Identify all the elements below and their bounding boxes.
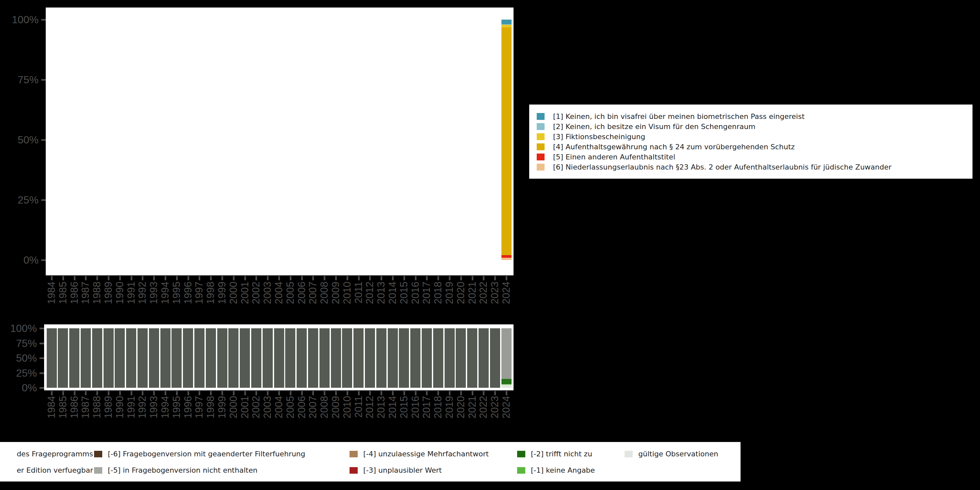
y-axis-tick: [41, 259, 46, 261]
legend-swatch-icon: [350, 467, 358, 474]
x-axis-year-label: 1987: [80, 396, 91, 427]
x-axis-tick: [267, 276, 269, 280]
y-axis-label: 75%: [0, 73, 38, 86]
x-axis-tick: [290, 276, 291, 280]
legend-item: [6] Niederlassungserlaubnis nach §23 Abs…: [537, 162, 972, 172]
x-axis-year-label: 2014: [387, 282, 398, 313]
x-axis-tick: [506, 391, 508, 395]
x-axis-year-label: 1988: [91, 282, 103, 313]
bar-1988-segment: [92, 328, 102, 388]
x-axis-tick: [472, 391, 473, 395]
x-axis-tick: [153, 276, 155, 280]
x-axis-year-label: 2023: [489, 282, 500, 313]
x-axis-tick: [188, 391, 189, 395]
y-axis-label: 50%: [0, 352, 37, 364]
x-axis-tick: [347, 276, 348, 280]
x-axis-tick: [51, 276, 52, 280]
bar-1987: [81, 328, 91, 388]
bar-1993-segment: [149, 328, 159, 388]
x-axis-year-label: 2024: [501, 282, 512, 313]
legend-item-label: [-1] keine Angabe: [531, 463, 619, 477]
bar-1997: [194, 328, 205, 388]
bar-1984-segment: [47, 328, 57, 388]
bar-1995: [172, 328, 181, 388]
x-axis-year-label: 2016: [410, 282, 421, 313]
bar-1986-segment: [69, 328, 80, 388]
bar-1985-segment: [58, 328, 68, 388]
x-axis-tick: [494, 391, 496, 395]
x-axis-year-label: 2022: [478, 282, 489, 313]
bar-2015-segment: [399, 328, 409, 388]
x-axis-tick: [312, 391, 314, 395]
x-axis-year-label: 2007: [307, 396, 318, 427]
x-axis-tick: [119, 391, 121, 395]
missing-values-legend: des Frageprogrammser Edition verfuegbar[…: [0, 442, 741, 482]
x-axis-year-label: 1995: [171, 396, 182, 427]
x-axis-year-label: 2018: [433, 396, 444, 427]
bar-1993: [149, 328, 159, 388]
bar-2024-segment: [501, 258, 512, 260]
x-axis-tick: [74, 391, 75, 395]
x-axis-tick: [142, 276, 143, 280]
x-axis-year-label: 2001: [239, 282, 251, 313]
x-axis-year-label: 2015: [399, 282, 410, 313]
x-axis-year-label: 1993: [148, 282, 159, 313]
bar-1998-segment: [206, 328, 216, 388]
x-axis-tick: [176, 391, 178, 395]
x-axis-year-label: 2017: [421, 396, 432, 427]
x-axis-year-label: 1998: [205, 282, 216, 313]
x-axis-tick: [301, 276, 303, 280]
bar-2024-segment: [501, 385, 512, 388]
x-axis-tick: [460, 391, 462, 395]
bar-2019-segment: [445, 328, 455, 388]
x-axis-year-label: 1984: [46, 282, 57, 313]
bar-2005-segment: [285, 328, 295, 388]
x-axis-year-label: 2013: [375, 282, 387, 313]
x-axis-tick: [199, 391, 200, 395]
x-axis-year-label: 1996: [183, 396, 194, 427]
bar-1998: [206, 328, 216, 388]
legend-item-label: [1] Keinen, ich bin visafrei über meinen…: [553, 112, 805, 121]
x-axis-year-label: 1996: [183, 282, 194, 313]
legend-item-label: [-5] in Fragebogenversion nicht enthalte…: [108, 463, 343, 477]
bar-1995-segment: [172, 328, 181, 388]
legend-swatch-icon: [537, 164, 544, 170]
x-axis-year-label: 2012: [364, 396, 375, 427]
x-axis-tick: [438, 276, 439, 280]
bar-1991: [126, 328, 136, 388]
x-axis-year-label: 2016: [410, 396, 421, 427]
y-axis-tick: [40, 328, 44, 329]
x-axis-tick: [347, 391, 348, 395]
x-axis-tick: [221, 276, 223, 280]
x-axis-year-label: 2003: [262, 396, 273, 427]
y-axis-tick: [41, 19, 46, 21]
y-axis-tick: [40, 357, 44, 359]
x-axis-tick: [438, 391, 439, 395]
x-axis-tick: [460, 276, 462, 280]
legend-swatch-icon: [537, 154, 544, 161]
x-axis-year-label: 1991: [126, 396, 137, 427]
legend-swatch-icon: [537, 123, 544, 130]
x-axis-year-label: 2005: [285, 282, 296, 313]
legend-item: [3] Fiktionsbescheinigung: [537, 132, 972, 142]
x-axis-tick: [165, 391, 166, 395]
bar-2022: [479, 328, 489, 388]
bar-1991-segment: [126, 328, 136, 388]
x-axis-tick: [96, 391, 98, 395]
bar-1999: [217, 328, 228, 388]
y-axis-tick: [41, 79, 46, 81]
x-axis-tick: [506, 276, 508, 280]
x-axis-tick: [210, 276, 212, 280]
legend-swatch-icon: [537, 143, 544, 150]
bar-2001-segment: [240, 328, 250, 388]
legend-item-label: [-2] trifft nicht zu: [531, 447, 619, 461]
bar-1994: [161, 328, 170, 388]
bar-1990: [115, 328, 125, 388]
x-axis-year-label: 1991: [126, 282, 137, 313]
legend-swatch-icon: [94, 451, 102, 457]
bar-2014: [388, 328, 398, 388]
x-axis-year-label: 2009: [330, 396, 341, 427]
x-axis-tick: [335, 391, 337, 395]
x-axis-tick: [312, 276, 314, 280]
bar-2000-segment: [228, 328, 239, 388]
